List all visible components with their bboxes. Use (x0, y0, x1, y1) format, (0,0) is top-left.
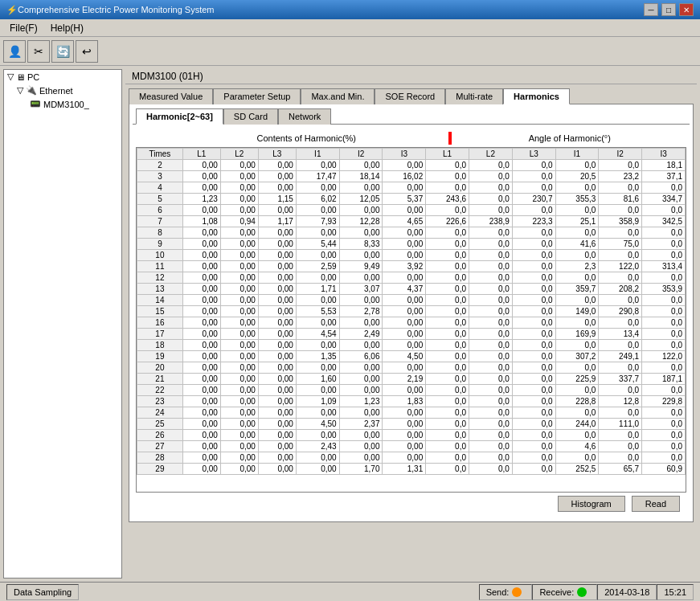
sidebar-item-pc[interactable]: ▽ 🖥 PC (4, 70, 121, 84)
cell-value: 0,0 (426, 239, 469, 250)
cell-value: 0,00 (220, 340, 258, 351)
cell-value: 0,00 (182, 419, 220, 430)
sidebar-item-ethernet[interactable]: ▽ 🔌 Ethernet (4, 84, 121, 97)
cell-times: 8 (137, 227, 183, 239)
cell-value: 0,00 (296, 182, 339, 194)
histogram-button[interactable]: Histogram (558, 496, 625, 512)
cell-value: 60,9 (642, 464, 686, 475)
cell-value: 37,1 (642, 171, 686, 182)
cell-times: 26 (137, 430, 183, 441)
cell-value: 0,0 (555, 182, 599, 194)
cell-value: 0,0 (426, 407, 469, 419)
cell-value: 0,00 (220, 306, 258, 317)
tab-maxmin[interactable]: Max.and Min. (301, 88, 375, 104)
cell-value: 0,0 (469, 317, 513, 329)
tab-measured[interactable]: Measured Value (129, 88, 213, 104)
cell-value: 4,54 (296, 329, 339, 340)
sidebar-item-mdm[interactable]: 📟 MDM3100_ (4, 97, 121, 111)
cell-value: 0,00 (182, 160, 220, 171)
cell-value: 0,00 (182, 441, 220, 452)
cell-value: 122,0 (642, 351, 686, 362)
cell-value: 3,07 (339, 284, 383, 295)
cell-value: 0,0 (426, 317, 469, 329)
user-button[interactable]: 👤 (3, 40, 26, 63)
cell-value: 0,0 (555, 160, 599, 171)
col-i1-c: I1 (296, 149, 339, 160)
table-row: 20,000,000,000,000,000,000,00,00,00,00,0… (137, 160, 686, 171)
cell-value: 0,0 (599, 317, 642, 329)
table-scroll[interactable]: Times L1 L2 L3 I1 I2 I3 L1 L2 L3 I1 (136, 147, 686, 493)
cell-value: 0,0 (512, 430, 555, 441)
cut-button[interactable]: ✂ (27, 40, 50, 63)
table-row: 30,000,000,0017,4718,1416,020,00,00,020,… (137, 171, 686, 182)
back-button[interactable]: ↩ (76, 40, 98, 63)
cell-value: 0,0 (512, 340, 555, 351)
status-mode: Data Sampling (6, 584, 79, 600)
cell-value: 0,0 (469, 272, 513, 284)
cell-value: 0,0 (555, 452, 599, 464)
cell-value: 0,0 (512, 452, 555, 464)
col-i2-c: I2 (339, 149, 383, 160)
cell-value: 0,0 (599, 250, 642, 261)
cell-value: 0,0 (599, 160, 642, 171)
close-button[interactable]: ✕ (679, 3, 694, 16)
tab-strip-second: Harmonic[2~63] SD Card Network (133, 108, 690, 125)
cell-value: 0,00 (383, 407, 426, 419)
col-l1-a: L1 (426, 149, 469, 160)
cell-value: 0,0 (555, 227, 599, 239)
section-header-contents: Contents of Harmonic(%) (166, 133, 447, 143)
tab-harmonic[interactable]: Harmonic[2~63] (136, 108, 223, 125)
cell-value: 1,83 (383, 396, 426, 407)
cell-value: 0,0 (512, 351, 555, 362)
cell-times: 25 (137, 419, 183, 430)
tab-network[interactable]: Network (278, 108, 331, 125)
cell-value: 0,0 (512, 317, 555, 329)
cell-value: 0,00 (220, 272, 258, 284)
cell-value: 0,0 (426, 261, 469, 272)
data-table: Times L1 L2 L3 I1 I2 I3 L1 L2 L3 I1 (137, 148, 686, 475)
status-send: Send: (479, 584, 533, 600)
cell-times: 3 (137, 171, 183, 182)
restore-button[interactable]: □ (661, 3, 676, 16)
tab-harmonics[interactable]: Harmonics (503, 88, 570, 104)
cell-times: 6 (137, 205, 183, 216)
refresh-button[interactable]: 🔄 (51, 40, 74, 63)
cell-value: 0,00 (220, 239, 258, 250)
cell-value: 0,00 (182, 205, 220, 216)
tab-multirate[interactable]: Multi-rate (445, 88, 503, 104)
col-i3-a: I3 (642, 149, 686, 160)
tab-soe[interactable]: SOE Record (375, 88, 445, 104)
cell-value: 0,0 (426, 340, 469, 351)
cell-value: 342,5 (642, 216, 686, 227)
table-row: 200,000,000,000,000,000,000,00,00,00,00,… (137, 362, 686, 374)
cell-value: 0,0 (512, 160, 555, 171)
cell-value: 41,6 (555, 239, 599, 250)
cell-value: 0,00 (182, 227, 220, 239)
help-menu[interactable]: Help(H) (44, 21, 90, 35)
cell-value: 1,15 (258, 194, 296, 205)
col-i1-a: I1 (555, 149, 599, 160)
cell-value: 0,0 (642, 452, 686, 464)
file-menu[interactable]: File(F) (3, 21, 44, 35)
cell-value: 0,0 (512, 239, 555, 250)
tab-strip-top: Measured Value Parameter Setup Max.and M… (125, 86, 697, 104)
cell-value: 0,00 (296, 407, 339, 419)
cell-times: 13 (137, 284, 183, 295)
mdm-label: MDM3100_ (43, 100, 89, 109)
col-i2-a: I2 (599, 149, 642, 160)
cell-value: 0,0 (426, 351, 469, 362)
tab-param[interactable]: Parameter Setup (213, 88, 301, 104)
cell-value: 13,4 (599, 329, 642, 340)
cell-value: 0,00 (220, 419, 258, 430)
read-button[interactable]: Read (632, 496, 680, 512)
col-l3-a: L3 (512, 149, 555, 160)
cell-value: 0,0 (469, 396, 513, 407)
cell-value: 0,00 (220, 182, 258, 194)
tab-sdcard[interactable]: SD Card (223, 108, 278, 125)
cell-value: 0,0 (642, 419, 686, 430)
cell-value: 0,0 (642, 239, 686, 250)
cell-value: 2,49 (339, 329, 383, 340)
minimize-button[interactable]: ─ (644, 3, 658, 16)
cell-value: 0,00 (339, 430, 383, 441)
cell-value: 20,5 (555, 171, 599, 182)
